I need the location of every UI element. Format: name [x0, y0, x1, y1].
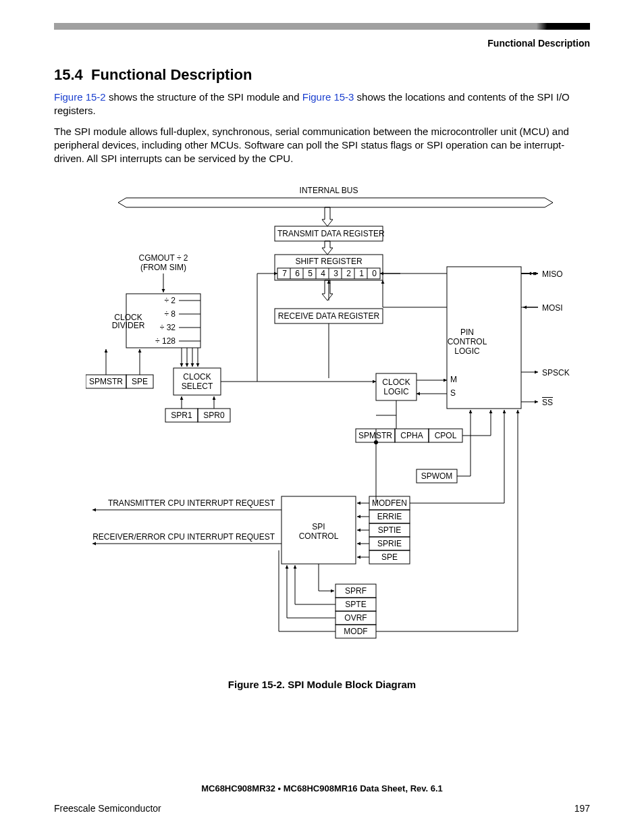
clocklogic1: CLOCK — [376, 377, 417, 387]
bit5: 5 — [304, 269, 316, 278]
section-title: Functional Description — [91, 66, 252, 83]
clocklogic2: LOGIC — [376, 387, 417, 396]
ovrf: OVRF — [336, 613, 376, 623]
cpha: CPHA — [395, 431, 429, 440]
shift-reg-label: SHIFT REGISTER — [277, 257, 380, 266]
spmstr2: SPMSTR — [356, 431, 395, 440]
miso: MISO — [542, 269, 563, 279]
para1-mid: shows the structure of the SPI module an… — [106, 91, 302, 103]
cpol: CPOL — [429, 431, 462, 440]
pinctrl3: LOGIC — [447, 346, 487, 356]
paragraph-2: The SPI module allows full-duplex, synch… — [54, 125, 590, 166]
bus-label: INTERNAL BUS — [288, 186, 369, 195]
spe: SPE — [126, 377, 153, 386]
footer-doc-title: MC68HC908MR32 • MC68HC908MR16 Data Sheet… — [54, 783, 590, 793]
tx-reg-label: TRANSMIT DATA REGISTER — [277, 229, 380, 238]
bit7: 7 — [279, 269, 290, 278]
figure-caption: Figure 15-2. SPI Module Block Diagram — [54, 679, 590, 690]
sprf: SPRF — [336, 586, 376, 596]
fromsim-label: (FROM SIM) — [126, 263, 200, 272]
spr1: SPR1 — [165, 411, 198, 420]
clockdiv2: DIVIDER — [111, 321, 145, 330]
bit3: 3 — [330, 269, 342, 278]
bit1: 1 — [356, 269, 367, 278]
spwom: SPWOM — [417, 471, 457, 481]
div128: ÷ 128 — [150, 336, 176, 346]
clocksel1: CLOCK — [173, 372, 221, 382]
div2: ÷ 2 — [150, 296, 176, 305]
sptie: SPTIE — [369, 525, 410, 535]
pinctrl1: PIN — [447, 328, 487, 337]
spictrl1: SPI — [281, 522, 356, 531]
paragraph-1: Figure 15-2 shows the structure of the S… — [54, 90, 590, 118]
section-heading: 15.4 Functional Description — [54, 66, 590, 84]
spr0: SPR0 — [198, 411, 230, 420]
spsck: SPSCK — [542, 368, 570, 377]
m-label: M — [450, 375, 457, 384]
spe2: SPE — [369, 552, 410, 562]
spmstr: SPMSTR — [86, 377, 126, 386]
tx-irq: TRANSMITTER CPU INTERRUPT REQUEST — [86, 498, 275, 508]
footer-vendor: Freescale Semiconductor — [54, 803, 161, 814]
pinctrl2: CONTROL — [447, 337, 487, 346]
div8: ÷ 8 — [150, 309, 176, 319]
cgmout-label: CGMOUT ÷ 2 — [126, 253, 200, 263]
bit4: 4 — [317, 269, 329, 278]
rx-irq: RECEIVER/ERROR CPU INTERRUPT REQUEST — [86, 532, 275, 542]
sprie: SPRIE — [369, 539, 410, 548]
rx-reg-label: RECEIVE DATA REGISTER — [277, 311, 380, 321]
block-diagram: INTERNAL BUS TRANSMIT DATA REGISTER SHIF… — [86, 186, 558, 672]
modfen: MODFEN — [369, 498, 410, 508]
spte: SPTE — [336, 600, 376, 609]
section-number: 15.4 — [54, 66, 83, 83]
modf: MODF — [336, 627, 376, 636]
figure-link-15-2[interactable]: Figure 15-2 — [54, 91, 106, 103]
div32: ÷ 32 — [150, 323, 176, 332]
errie: ERRIE — [369, 512, 410, 521]
header-label: Functional Description — [487, 38, 590, 49]
bit2: 2 — [343, 269, 354, 278]
bit0: 0 — [369, 269, 380, 278]
spictrl2: CONTROL — [281, 531, 356, 541]
figure-link-15-3[interactable]: Figure 15-3 — [302, 91, 354, 103]
ss: SS — [542, 398, 553, 407]
bit6: 6 — [292, 269, 303, 278]
header-rule — [54, 23, 590, 30]
mosi: MOSI — [542, 303, 563, 313]
clocksel2: SELECT — [173, 382, 221, 391]
s-label: S — [450, 388, 456, 398]
footer-page-number: 197 — [574, 803, 590, 814]
